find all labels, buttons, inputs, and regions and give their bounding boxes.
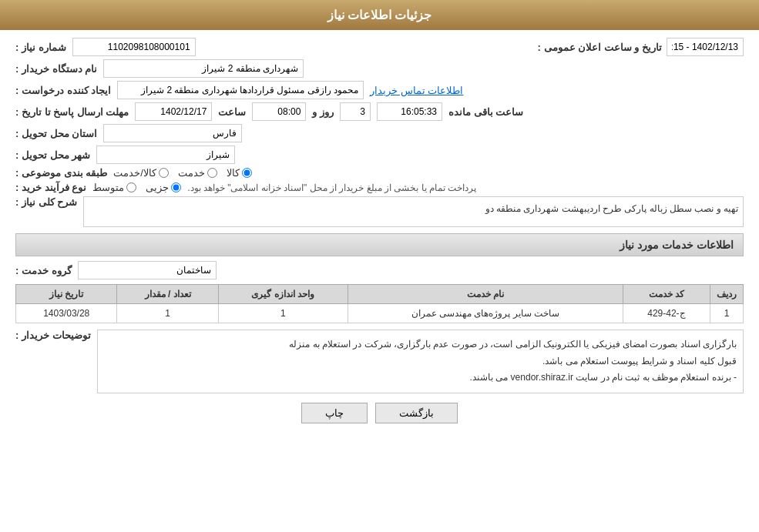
- row-buyer-org: نام دستگاه خریدار :: [15, 59, 744, 78]
- purchase-description: پرداخت تمام یا بخشی از مبلغ خریدار از مح…: [187, 182, 476, 193]
- table-header-row: ردیف کد خدمت نام خدمت واحد اندازه گیری ت…: [16, 285, 744, 304]
- buyer-org-label: نام دستگاه خریدار :: [15, 63, 97, 75]
- province-label: استان محل تحویل :: [15, 128, 97, 139]
- buyer-notes-line3: - برنده استعلام موظف به ثبت نام در سایت …: [104, 370, 737, 386]
- cell-row-num: 1: [710, 304, 744, 323]
- purchase-type-group: متوسط جزیی: [92, 182, 181, 193]
- row-purchase-type: نوع فرآیند خرید : متوسط جزیی پرداخت تمام…: [15, 182, 744, 193]
- province-input[interactable]: [103, 124, 242, 142]
- purchase-type-label: نوع فرآیند خرید :: [15, 182, 86, 193]
- radio-jozee: جزیی: [146, 182, 181, 193]
- buyer-notes-line1: بارگزاری اسناد بصورت امضای فیزیکی یا الک…: [104, 336, 737, 353]
- row-general-desc: شرح کلی نیاز : تهیه و نصب سطل زباله پارک…: [15, 196, 744, 227]
- city-input[interactable]: [96, 146, 235, 164]
- row-service-group: گروه خدمت :: [15, 261, 744, 279]
- th-service-code: کد خدمت: [623, 285, 710, 304]
- announce-label: تاریخ و ساعت اعلان عمومی :: [538, 42, 662, 53]
- radio-khadamat-input[interactable]: [207, 168, 217, 178]
- row-buyer-notes: توضیحات خریدار : بارگزاری اسناد بصورت ام…: [15, 330, 744, 393]
- th-row-num: ردیف: [710, 285, 744, 304]
- th-quantity: تعداد / مقدار: [117, 285, 218, 304]
- row-city: شهر محل تحویل :: [15, 146, 744, 164]
- general-desc-value: تهیه و نصب سطل زباله پارکی طرح اردیبهشت …: [485, 203, 738, 214]
- services-section-label: اطلاعات خدمات مورد نیاز: [620, 239, 734, 251]
- buyer-notes-box: بارگزاری اسناد بصورت امضای فیزیکی یا الک…: [97, 330, 744, 393]
- deadline-label: مهلت ارسال پاسخ تا تاریخ :: [15, 106, 129, 118]
- print-button[interactable]: چاپ: [301, 403, 368, 423]
- category-radio-group: کالا/خدمت خدمت کالا: [113, 167, 252, 179]
- cell-date: 1403/03/28: [16, 304, 117, 323]
- back-button[interactable]: بازگشت: [375, 403, 458, 423]
- service-group-input[interactable]: [78, 261, 217, 279]
- radio-khadamat: خدمت: [178, 167, 217, 179]
- radio-kala: کالا: [227, 167, 252, 179]
- deadline-date-input[interactable]: [135, 102, 212, 121]
- buttons-row: بازگشت چاپ: [15, 403, 744, 423]
- buyer-notes-label: توضیحات خریدار :: [15, 330, 91, 341]
- row-deadline: مهلت ارسال پاسخ تا تاریخ : ساعت روز و سا…: [15, 102, 744, 121]
- radio-jozee-label: جزیی: [146, 182, 169, 193]
- row-creator: ایجاد کننده درخواست : اطلاعات تماس خریدا…: [15, 81, 744, 99]
- radio-kala-label: کالا: [227, 167, 240, 179]
- category-label: طبقه بندی موضوعی :: [15, 167, 107, 179]
- radio-jozee-input[interactable]: [171, 182, 181, 192]
- radio-kala-khadamat-label: کالا/خدمت: [113, 167, 156, 179]
- row-need-number: شماره نیاز : تاریخ و ساعت اعلان عمومی :: [15, 38, 744, 56]
- creator-input[interactable]: [117, 81, 364, 99]
- page-header: جزئیات اطلاعات نیاز: [0, 0, 759, 30]
- th-unit: واحد اندازه گیری: [218, 285, 348, 304]
- general-desc-label: شرح کلی نیاز :: [15, 196, 77, 208]
- deadline-days-label: روز و: [312, 106, 334, 118]
- services-table: ردیف کد خدمت نام خدمت واحد اندازه گیری ت…: [15, 284, 744, 323]
- announce-input[interactable]: [667, 38, 744, 56]
- deadline-remaining-input[interactable]: [377, 102, 442, 121]
- row-province: استان محل تحویل :: [15, 124, 744, 142]
- general-desc-box: تهیه و نصب سطل زباله پارکی طرح اردیبهشت …: [83, 196, 744, 227]
- page-wrapper: جزئیات اطلاعات نیاز شماره نیاز : تاریخ و…: [0, 0, 759, 532]
- deadline-days-input[interactable]: [340, 102, 371, 121]
- services-section-header: اطلاعات خدمات مورد نیاز: [15, 233, 744, 256]
- buyer-org-input[interactable]: [103, 59, 304, 78]
- deadline-time-input[interactable]: [252, 102, 306, 121]
- radio-kala-input[interactable]: [242, 168, 252, 178]
- row-category: طبقه بندی موضوعی : کالا/خدمت خدمت کالا: [15, 167, 744, 179]
- service-group-label: گروه خدمت :: [15, 265, 72, 276]
- deadline-remaining-label: ساعت باقی مانده: [448, 106, 523, 118]
- radio-motawaset: متوسط: [92, 182, 136, 193]
- creator-label: ایجاد کننده درخواست :: [15, 85, 111, 96]
- radio-motawaset-label: متوسط: [92, 182, 124, 193]
- need-number-input[interactable]: [72, 38, 196, 56]
- content-area: شماره نیاز : تاریخ و ساعت اعلان عمومی : …: [0, 30, 759, 440]
- th-service-name: نام خدمت: [348, 285, 623, 304]
- creator-link[interactable]: اطلاعات تماس خریدار: [370, 85, 463, 96]
- deadline-time-label: ساعت: [218, 106, 246, 118]
- cell-service-name: ساخت سایر پروژه‌های مهندسی عمران: [348, 304, 623, 323]
- need-number-label: شماره نیاز :: [15, 42, 66, 53]
- radio-kala-khadamat-input[interactable]: [159, 168, 169, 178]
- radio-motawaset-input[interactable]: [126, 182, 136, 192]
- buyer-notes-line2: قبول کلیه اسناد و شرایط پیوست استعلام می…: [104, 353, 737, 370]
- city-label: شهر محل تحویل :: [15, 149, 90, 161]
- cell-unit: 1: [218, 304, 348, 323]
- cell-service-code: ج-42-429: [623, 304, 710, 323]
- cell-quantity: 1: [117, 304, 218, 323]
- table-row: 1 ج-42-429 ساخت سایر پروژه‌های مهندسی عم…: [16, 304, 744, 323]
- radio-kala-khadamat: کالا/خدمت: [113, 167, 169, 179]
- th-date: تاریخ نیاز: [16, 285, 117, 304]
- radio-khadamat-label: خدمت: [178, 167, 205, 179]
- page-title: جزئیات اطلاعات نیاز: [327, 8, 432, 22]
